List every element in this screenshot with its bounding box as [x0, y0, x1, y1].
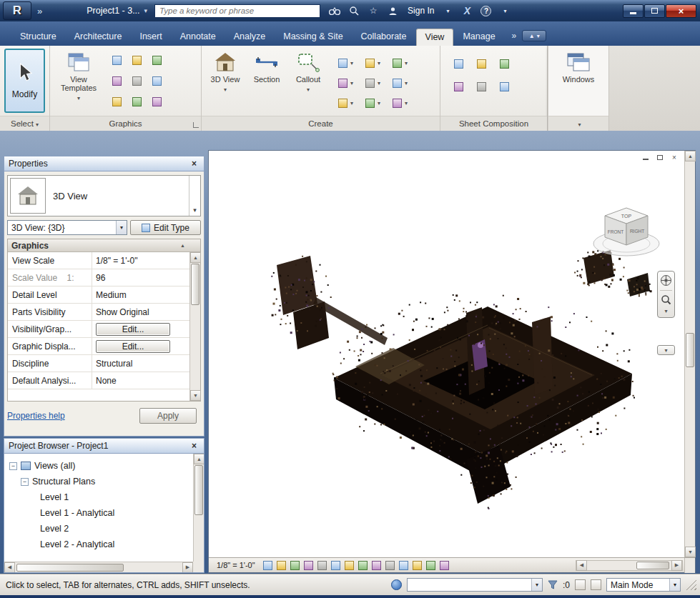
show-rendering-dialog-icon[interactable] [315, 559, 329, 572]
scrollbar-thumb[interactable] [636, 562, 669, 569]
title-caret-icon[interactable]: ▾ [144, 7, 148, 14]
active-workset-combo[interactable]: ▾ [407, 578, 543, 592]
view-restore-icon[interactable] [655, 153, 665, 161]
visual-style-icon[interactable] [275, 559, 288, 572]
crop-view-icon[interactable] [329, 559, 342, 572]
tab-massing-site[interactable]: Massing & Site [275, 29, 351, 46]
scroll-up-icon[interactable]: ▲ [685, 151, 696, 161]
scroll-left-icon[interactable]: ◀ [4, 562, 15, 573]
new-sheet-icon[interactable] [450, 56, 466, 71]
temporary-view-properties-icon[interactable] [410, 559, 424, 572]
scroll-down-icon[interactable]: ▼ [190, 390, 201, 401]
favorites-star-icon[interactable]: ☆ [368, 5, 379, 16]
select-links-toggle-icon[interactable] [575, 579, 586, 590]
render-icon[interactable] [109, 94, 124, 109]
scroll-right-icon[interactable]: ▶ [671, 560, 682, 571]
detail-level-icon[interactable] [261, 559, 275, 572]
reveal-hidden-elements-icon[interactable] [383, 559, 397, 572]
navigation-bar[interactable]: ▾ [657, 271, 675, 318]
section-collapse-icon[interactable]: ▲ [180, 243, 185, 248]
ribbon-display-toggle[interactable]: ▲ ▾ [522, 30, 546, 41]
drag-elements-toggle-icon[interactable] [591, 579, 601, 590]
scope-box-icon[interactable] [389, 75, 405, 91]
modify-button[interactable]: Modify [4, 49, 45, 113]
worksharing-display-icon[interactable] [397, 559, 410, 572]
scrollbar-thumb[interactable] [16, 564, 124, 572]
schedules-icon[interactable] [335, 95, 350, 111]
filter-funnel-icon[interactable] [548, 580, 558, 589]
matchline-icon[interactable] [473, 79, 489, 94]
restore-button[interactable] [644, 4, 665, 18]
tab-insert[interactable]: Insert [131, 29, 170, 46]
project-browser-close-icon[interactable]: × [189, 441, 199, 452]
sun-path-icon[interactable] [288, 559, 302, 572]
cut-profile-icon[interactable] [149, 73, 164, 89]
steering-wheel-icon[interactable] [660, 274, 672, 286]
scroll-left-icon[interactable]: ◀ [576, 560, 587, 571]
visibility-graphics-icon[interactable] [109, 52, 124, 68]
zoom-icon[interactable] [661, 294, 671, 305]
graphical-column-schedule-icon[interactable] [389, 95, 405, 111]
temporary-hide-isolate-icon[interactable] [370, 559, 383, 572]
thin-lines-icon[interactable] [149, 52, 164, 68]
title-block-icon[interactable] [473, 56, 489, 71]
tab-manage[interactable]: Manage [454, 29, 503, 46]
view-hscrollbar[interactable]: ◀ ▶ [576, 560, 683, 571]
section-button[interactable]: Section [246, 47, 287, 114]
render-gallery-icon[interactable] [149, 94, 164, 109]
zoom-caret-icon[interactable]: ▾ [664, 308, 667, 314]
show-constraints-icon[interactable] [424, 559, 438, 572]
shadows-icon[interactable] [302, 559, 315, 572]
scrollbar-thumb[interactable] [191, 264, 199, 305]
type-selector-caret-icon[interactable]: ▾ [189, 176, 200, 216]
tab-analyze[interactable]: Analyze [225, 29, 274, 46]
drawing-area[interactable]: × TOP FRONT RIGHT [208, 150, 696, 573]
tree-item-level-2[interactable]: Level 2 [4, 521, 204, 537]
tree-item-structural-plans[interactable]: − Structural Plans [4, 474, 204, 489]
scrollbar-thumb[interactable] [194, 465, 203, 515]
scrollbar-thumb[interactable] [686, 333, 694, 367]
tree-item-views-all[interactable]: − Views (all) [4, 458, 204, 474]
visibility-graphics-edit-button[interactable]: Edit... [96, 323, 170, 336]
scale-button[interactable]: 1/8" = 1'-0" [212, 559, 260, 572]
project-browser-hscrollbar[interactable]: ◀ ▶ [4, 562, 193, 572]
graphics-dialog-launcher-icon[interactable] [193, 122, 199, 128]
scroll-up-icon[interactable]: ▲ [190, 252, 201, 263]
apply-button[interactable]: Apply [139, 408, 197, 424]
elevation-icon[interactable] [362, 55, 378, 71]
application-menu-button[interactable]: R [3, 1, 31, 20]
scroll-right-icon[interactable]: ▶ [182, 562, 193, 573]
unlocked-view-icon[interactable] [356, 559, 370, 572]
tab-view[interactable]: View [416, 29, 454, 46]
properties-close-icon[interactable]: × [189, 159, 199, 169]
filters-icon[interactable] [129, 52, 144, 68]
collapse-expander-icon[interactable]: − [21, 478, 29, 486]
minimize-button[interactable] [623, 4, 644, 18]
view-close-icon[interactable]: × [669, 153, 679, 161]
duplicate-view-icon[interactable] [335, 75, 350, 91]
plan-views-icon[interactable] [335, 55, 350, 71]
legends-icon[interactable] [362, 75, 378, 91]
tab-annotate[interactable]: Annotate [172, 29, 225, 46]
subscription-center-icon[interactable] [348, 5, 360, 16]
show-analytical-model-icon[interactable] [438, 559, 451, 572]
render-in-cloud-icon[interactable] [129, 94, 144, 109]
tree-item-level-2-analytical[interactable]: Level 2 - Analytical [4, 537, 204, 552]
property-row[interactable]: Detail Level Medium [8, 286, 189, 304]
windows-button[interactable]: Windows [553, 47, 603, 114]
view-instance-combo[interactable]: 3D View: {3D} ▾ [7, 220, 127, 235]
property-row[interactable]: Scale Value 1: 96 [8, 269, 189, 286]
properties-help-link[interactable]: Properties help [7, 411, 65, 421]
property-row[interactable]: Graphic Displa... Edit... [8, 338, 189, 355]
sheet-list-icon[interactable] [362, 95, 378, 111]
help-search-box[interactable] [154, 4, 320, 18]
property-row[interactable]: View Scale 1/8" = 1'-0" [8, 252, 189, 269]
3d-view-button[interactable]: 3D View ▾ [204, 47, 246, 114]
callout-button[interactable]: Callout ▾ [287, 47, 329, 114]
help-icon[interactable]: ? [480, 6, 491, 16]
close-button[interactable]: × [666, 4, 696, 18]
sign-in-caret-icon[interactable]: ▾ [442, 5, 453, 16]
tree-item-level-1[interactable]: Level 1 [4, 489, 204, 505]
create-panel-label[interactable]: Create [202, 116, 440, 131]
windows-panel-label[interactable]: ▾ [548, 116, 608, 131]
